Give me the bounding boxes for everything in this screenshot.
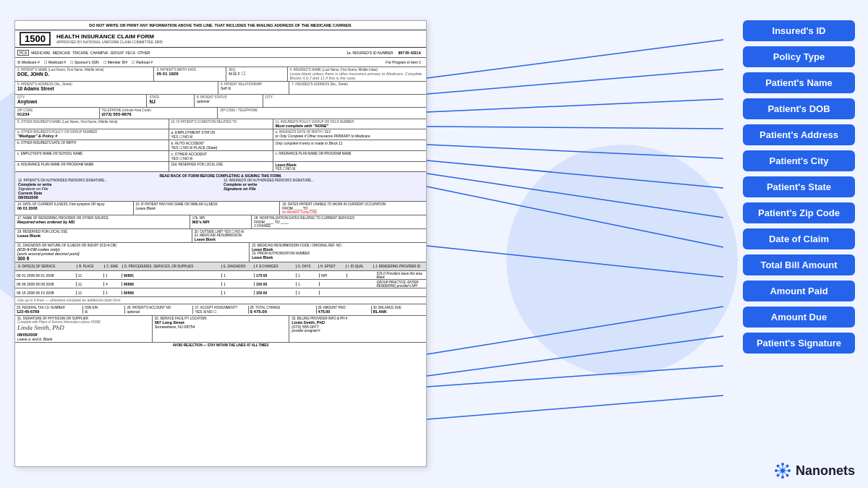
svg-line-12	[427, 395, 723, 419]
label-patient-address[interactable]: Patient's Address	[743, 124, 855, 145]
label-insured-id[interactable]: Insured's ID	[743, 20, 855, 41]
svg-line-8	[427, 246, 723, 277]
label-patient-city[interactable]: Patient's City	[743, 150, 855, 171]
svg-line-10	[427, 336, 723, 376]
labels-panel: Insured's ID Policy Type Patient's Name …	[743, 20, 855, 354]
nanonets-logo: Nanonets	[774, 462, 855, 479]
svg-line-5	[427, 160, 723, 188]
svg-line-6	[427, 174, 723, 218]
patient-name-value: DOE, JOHN D.	[17, 72, 151, 77]
form-approved-by: APPROVED BY NATIONAL UNIFORM CLAIM COMMI…	[56, 40, 422, 44]
form-document: DO NOT WRITE OR PRINT ANY INFORMATION AB…	[14, 20, 427, 467]
label-date-of-claim[interactable]: Date of Claim	[743, 228, 855, 249]
label-patient-state[interactable]: Patient's State	[743, 176, 855, 197]
label-patient-signature[interactable]: Patient's Signature	[743, 333, 855, 354]
nanonets-text: Nanonets	[796, 463, 855, 479]
svg-line-0	[427, 40, 723, 78]
svg-line-4	[427, 145, 723, 158]
svg-line-3	[427, 127, 723, 129]
svg-line-9	[427, 307, 723, 354]
svg-line-29	[778, 471, 783, 476]
svg-line-2	[427, 99, 723, 112]
label-patient-zip[interactable]: Patient's Zip Code	[743, 202, 855, 223]
form-do-not-write: DO NOT WRITE OR PRINT ANY INFORMATION AB…	[15, 21, 426, 30]
label-patient-dob[interactable]: Patient's DOB	[743, 98, 855, 119]
svg-line-26	[778, 466, 783, 471]
svg-line-27	[783, 471, 788, 476]
svg-line-1	[427, 69, 723, 94]
label-total-bill[interactable]: Total Bill Amount	[743, 254, 855, 275]
label-policy-type[interactable]: Policy Type	[743, 46, 855, 67]
form-title: HEALTH INSURANCE CLAIM FORM	[56, 33, 422, 40]
label-amount-due[interactable]: Amount Due	[743, 307, 855, 328]
svg-line-28	[783, 466, 788, 471]
svg-line-11	[427, 366, 723, 387]
form-1500-box: 1500	[20, 32, 51, 46]
svg-line-7	[427, 187, 723, 247]
label-patient-name[interactable]: Patient's Name	[743, 72, 855, 93]
label-amount-paid[interactable]: Amount Paid	[743, 281, 855, 301]
nanonets-icon	[774, 462, 791, 479]
